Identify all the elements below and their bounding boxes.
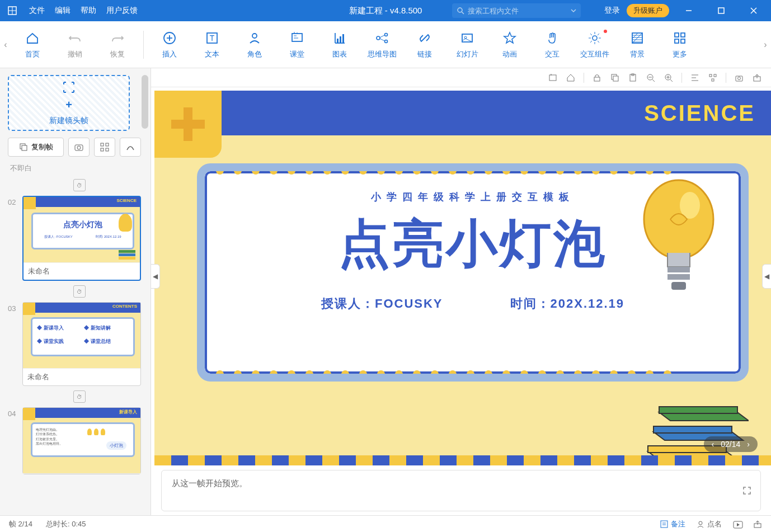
thumbnail-03[interactable]: CONTENTS ◆ 新课导入◆ 新知讲解◆ 课堂实践◆ 课堂总结 未命名 [22, 302, 141, 386]
svg-line-39 [598, 34, 599, 35]
svg-line-73 [670, 79, 673, 82]
svg-line-37 [590, 34, 592, 35]
svg-rect-60 [549, 75, 556, 81]
toolbar-more-button[interactable]: 更多 [659, 25, 701, 64]
search-box[interactable] [452, 3, 581, 18]
toolbar-bg-button[interactable]: 背景 [616, 25, 659, 64]
svg-rect-6 [718, 8, 724, 13]
notes-button[interactable]: 备注 [660, 519, 685, 529]
export-button[interactable] [753, 520, 762, 529]
toolbar-mindmap-button[interactable]: 思维导图 [361, 25, 403, 64]
slide-nav[interactable]: ‹ 02/14 › [704, 436, 758, 452]
svg-rect-77 [709, 74, 712, 77]
tool-copy-icon[interactable] [610, 73, 620, 83]
qr-icon [100, 143, 109, 152]
toolbar-undo-button[interactable]: 撤销 [54, 25, 96, 64]
bg-icon [629, 30, 645, 46]
toolbar-insert-button[interactable]: 插入 [148, 25, 191, 64]
toolbar-intercomp-button[interactable]: 交互组件 [573, 25, 616, 64]
tool-zoomin-icon[interactable] [664, 73, 674, 83]
menu-edit[interactable]: 编辑 [55, 6, 70, 16]
tool-align-icon[interactable] [690, 73, 700, 83]
tool-camera-icon[interactable] [734, 73, 744, 83]
menu-help[interactable]: 帮助 [81, 6, 96, 16]
svg-rect-62 [594, 77, 600, 81]
upgrade-button[interactable]: 升级账户 [627, 4, 669, 17]
transition-timer[interactable]: ⏱ [73, 390, 86, 403]
qr-button[interactable] [94, 138, 115, 157]
chart-icon [332, 30, 347, 46]
tool-home-icon[interactable] [566, 73, 576, 83]
svg-point-94 [699, 521, 702, 525]
chevron-down-icon[interactable] [571, 8, 576, 13]
canvas-toolbar [151, 68, 771, 87]
toolbar-link-button[interactable]: 链接 [403, 25, 446, 64]
tool-distribute-icon[interactable] [708, 73, 718, 83]
preview-text: 从这一帧开始预览。 [172, 478, 247, 488]
toolbar-home-label: 首页 [25, 49, 40, 59]
toolbar-scroll-right[interactable]: › [760, 21, 771, 68]
svg-rect-85 [667, 267, 690, 272]
toolbar-class-button[interactable]: 课堂 [276, 25, 318, 64]
camera-button[interactable] [68, 138, 90, 157]
toolbar-text-button[interactable]: T文本 [191, 25, 233, 64]
statusbar: 帧 2/14 总时长: 0:45 备注 点名 [0, 515, 771, 532]
tool-frame-icon[interactable] [548, 73, 558, 83]
sidebar-scrollbar[interactable] [142, 75, 148, 129]
thumbnail-02[interactable]: SCIENCE 点亮小灯泡 授课人: FOCUSKY时间: 202X.12.19… [22, 196, 141, 281]
svg-point-14 [252, 34, 257, 38]
svg-rect-89 [654, 426, 732, 433]
toolbar-text-label: 文本 [205, 49, 219, 59]
roll-button[interactable]: 点名 [697, 519, 722, 529]
truncated-text: 不即白 [10, 163, 151, 173]
toolbar-home-button[interactable]: 首页 [11, 25, 54, 64]
toolbar-redo-button[interactable]: 恢复 [96, 25, 139, 64]
thumb-number: 04 [8, 407, 18, 418]
panel-toggle-left[interactable]: ◀ [151, 264, 160, 289]
maximize-button[interactable] [708, 0, 734, 21]
toolbar-inter-button[interactable]: 交互 [531, 25, 573, 64]
nav-prev-icon[interactable]: ‹ [712, 440, 714, 449]
expand-icon[interactable] [742, 486, 751, 495]
toolbar: ‹ 首页撤销恢复插入T文本角色课堂图表思维导图链接幻灯片动画交互交互组件背景更多… [0, 21, 771, 68]
svg-rect-90 [659, 407, 737, 413]
toolbar-anim-label: 动画 [502, 49, 517, 59]
tool-paste-icon[interactable] [628, 73, 638, 83]
login-button[interactable]: 登录 [604, 6, 620, 16]
tool-export-icon[interactable] [752, 73, 762, 83]
slides-icon [459, 30, 475, 46]
copy-icon [19, 143, 28, 152]
search-input[interactable] [468, 7, 571, 15]
toolbar-scroll-left[interactable]: ‹ [0, 21, 11, 68]
transition-timer[interactable]: ⏱ [73, 179, 86, 191]
toolbar-chart-button[interactable]: 图表 [318, 25, 361, 64]
svg-rect-51 [681, 39, 685, 43]
svg-rect-64 [613, 76, 618, 81]
toolbar-role-button[interactable]: 角色 [233, 25, 276, 64]
toolbar-redo-label: 恢复 [110, 49, 125, 59]
menu-feedback[interactable]: 用户反馈 [106, 6, 138, 16]
thumbnail-04[interactable]: 新课导入 电理光灯泡由。灯丝体系统热。灯泡被发光显。黑出灯泡电相符。 小灯泡 [22, 407, 141, 474]
board-icon [289, 30, 305, 46]
play-button[interactable] [733, 520, 742, 529]
minimize-button[interactable] [676, 0, 702, 21]
nav-next-icon[interactable]: › [747, 440, 750, 449]
panel-toggle-right[interactable]: ◀ [762, 264, 771, 289]
transition-timer[interactable]: ⏱ [73, 285, 86, 298]
svg-point-3 [458, 8, 462, 12]
tool-lock-icon[interactable] [592, 73, 602, 83]
copy-frame-button[interactable]: 复制帧 [8, 138, 64, 157]
path-button[interactable] [120, 138, 141, 157]
menu-file[interactable]: 文件 [29, 6, 45, 16]
toolbar-slides-button[interactable]: 幻灯片 [446, 25, 488, 64]
new-frame-label: 新建镜头帧 [49, 116, 88, 126]
toolbar-class-label: 课堂 [290, 49, 304, 59]
undo-icon [67, 30, 83, 46]
toolbar-bg-label: 背景 [630, 49, 645, 59]
toolbar-anim-button[interactable]: 动画 [488, 25, 531, 64]
new-frame-button[interactable]: + 新建镜头帧 [8, 75, 130, 131]
tool-zoomout-icon[interactable] [646, 73, 656, 83]
close-button[interactable] [741, 0, 767, 21]
canvas[interactable]: ◀ ◀ SCIENCE 小学四年级科学上册交互模板 点亮小灯泡 授课人：FOCU… [151, 87, 771, 465]
toolbar-more-label: 更多 [673, 49, 687, 59]
